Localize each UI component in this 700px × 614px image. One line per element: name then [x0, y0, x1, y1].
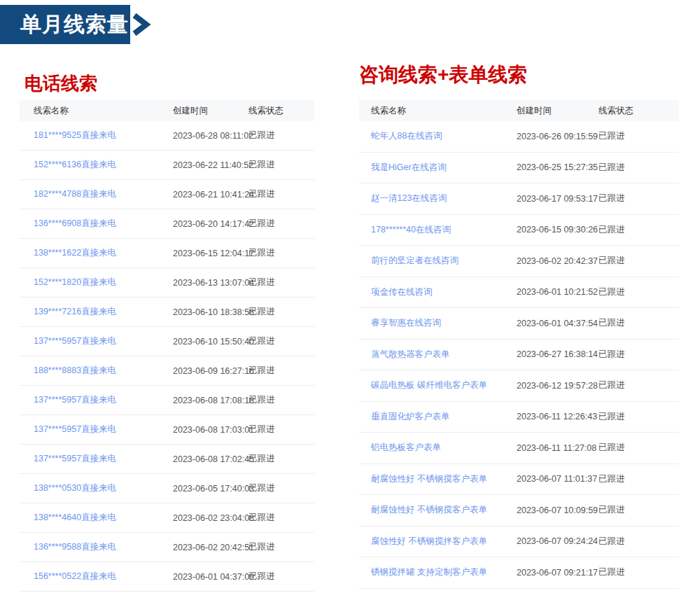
table-row: 垂直固化炉客户表单2023-06-11 12:26:43已跟进 — [359, 402, 679, 433]
created-time: 2023-06-26 09:15:59 — [517, 132, 598, 141]
created-time: 2023-06-02 23:04:08 — [173, 513, 248, 523]
table-row: 181****9525直接来电2023-06-28 08:11:02已跟进 — [20, 121, 314, 151]
created-time: 2023-06-11 12:26:43 — [517, 412, 598, 421]
table-row: 138****0530直接来电2023-06-05 17:40:03已跟进 — [20, 474, 314, 503]
created-time: 2023-06-20 14:17:42 — [173, 219, 248, 229]
created-time: 2023-06-08 17:03:01 — [173, 425, 248, 435]
lead-status: 已跟进 — [248, 218, 314, 230]
lead-name-link[interactable]: 137****5957直接来电 — [20, 394, 173, 406]
lead-name-link[interactable]: 项金传在线咨询 — [359, 286, 517, 298]
table-row: 前行的坚定者在线咨询2023-06-02 20:42:37已跟进 — [359, 246, 679, 277]
lead-name-link[interactable]: 睿享智惠在线咨询 — [359, 317, 517, 329]
created-time: 2023-06-11 11:27:08 — [517, 443, 598, 453]
lead-name-link[interactable]: 铝电热板客户表单 — [359, 442, 517, 454]
table-row: 腐蚀性好 不锈钢搅拌客户表单2023-06-07 09:24:24已跟进 — [359, 526, 679, 558]
lead-status: 已跟进 — [598, 504, 679, 516]
created-time: 2023-06-12 19:57:28 — [517, 381, 598, 391]
table-row: 178******40在线咨询2023-06-15 09:30:26已跟进 — [359, 215, 679, 246]
lead-status: 已跟进 — [598, 536, 679, 547]
lead-name-link[interactable]: 锈钢搅拌罐 支持定制客户表单 — [359, 566, 517, 578]
lead-name-link[interactable]: 152****1820直接来电 — [20, 277, 173, 288]
lead-name-link[interactable]: 138****1622直接来电 — [20, 247, 173, 259]
lead-name-link[interactable]: 碳晶电热板 碳纤维电客户表单 — [359, 379, 517, 391]
banner-label: 单月线索量 — [0, 5, 130, 44]
created-time: 2023-06-10 18:38:58 — [173, 307, 248, 317]
lead-name-link[interactable]: 腐蚀性好 不锈钢搅拌客户表单 — [359, 536, 517, 547]
table-row: 赵一清123在线咨询2023-06-17 09:53:17已跟进 — [359, 183, 679, 215]
lead-status: 已跟进 — [598, 566, 679, 578]
lead-status: 已跟进 — [598, 130, 679, 142]
lead-status: 已跟进 — [248, 335, 314, 347]
lead-name-link[interactable]: 137****5957直接来电 — [20, 453, 173, 465]
lead-name-link[interactable]: 耐腐蚀性好 不锈钢搅客户表单 — [359, 473, 517, 485]
table-row: 137****5957直接来电2023-06-08 17:08:18已跟进 — [20, 386, 314, 415]
lead-name-link[interactable]: 138****4640直接来电 — [20, 512, 173, 524]
table-row: 137****5957直接来电2023-06-08 17:02:45已跟进 — [20, 445, 314, 474]
lead-name-link[interactable]: 137****5957直接来电 — [20, 424, 173, 435]
lead-status: 已跟进 — [598, 162, 679, 174]
lead-status: 已跟进 — [248, 306, 314, 318]
header-lead-status: 线索状态 — [598, 105, 679, 117]
lead-name-link[interactable]: 178******40在线咨询 — [359, 224, 517, 236]
created-time: 2023-06-22 11:40:52 — [173, 160, 248, 170]
phone-leads-title: 电话线索 — [24, 71, 97, 96]
arrow-right-icon — [132, 13, 151, 36]
created-time: 2023-06-17 09:53:17 — [517, 194, 598, 204]
consult-form-leads-table: 线索名称 创建时间 线索状态 蛇年人88在线咨询2023-06-26 09:15… — [359, 100, 679, 589]
created-time: 2023-06-27 16:38:14 — [517, 349, 598, 359]
lead-status: 已跟进 — [248, 424, 314, 435]
lead-name-link[interactable]: 152****6136直接来电 — [20, 159, 173, 171]
lead-name-link[interactable]: 赵一清123在线咨询 — [359, 193, 517, 204]
phone-leads-table: 线索名称 创建时间 线索状态 181****9525直接来电2023-06-28… — [20, 100, 314, 592]
table-row: 睿享智惠在线咨询2023-06-01 04:37:54已跟进 — [359, 308, 679, 340]
created-time: 2023-06-15 09:30:26 — [517, 225, 598, 235]
table-row: 138****4640直接来电2023-06-02 23:04:08已跟进 — [20, 503, 314, 533]
created-time: 2023-06-01 04:37:09 — [173, 572, 248, 582]
lead-name-link[interactable]: 188****8883直接来电 — [20, 365, 173, 377]
header-lead-status: 线索状态 — [248, 105, 314, 117]
lead-name-link[interactable]: 156****0522直接来电 — [20, 571, 173, 582]
table-row: 蛇年人88在线咨询2023-06-26 09:15:59已跟进 — [359, 121, 679, 153]
lead-status: 已跟进 — [598, 442, 679, 454]
table-row: 137****5957直接来电2023-06-10 15:50:40已跟进 — [20, 327, 314, 356]
lead-name-link[interactable]: 垂直固化炉客户表单 — [359, 411, 517, 423]
table-row: 136****9588直接来电2023-06-02 20:42:51已跟进 — [20, 533, 314, 562]
header-created-time: 创建时间 — [173, 105, 248, 117]
table-row: 我是HiGer在线咨询2023-06-25 15:27:35已跟进 — [359, 153, 679, 184]
created-time: 2023-06-01 04:37:54 — [517, 319, 598, 328]
lead-name-link[interactable]: 前行的坚定者在线咨询 — [359, 255, 517, 267]
lead-name-link[interactable]: 139****7216直接来电 — [20, 306, 173, 318]
table-row: 152****1820直接来电2023-06-13 13:07:04已跟进 — [20, 268, 314, 298]
lead-status: 已跟进 — [598, 224, 679, 236]
table-row: 碳晶电热板 碳纤维电客户表单2023-06-12 19:57:28已跟进 — [359, 370, 679, 402]
table-row: 138****1622直接来电2023-06-15 12:04:17已跟进 — [20, 239, 314, 268]
lead-name-link[interactable]: 181****9525直接来电 — [20, 130, 173, 141]
lead-name-link[interactable]: 136****9588直接来电 — [20, 541, 173, 553]
lead-name-link[interactable]: 137****5957直接来电 — [20, 335, 173, 347]
table-header: 线索名称 创建时间 线索状态 — [20, 100, 314, 121]
created-time: 2023-06-10 15:50:40 — [173, 337, 248, 347]
lead-name-link[interactable]: 蒸气散热器客户表单 — [359, 349, 517, 361]
lead-status: 已跟进 — [248, 541, 314, 553]
lead-status: 已跟进 — [248, 130, 314, 141]
created-time: 2023-06-15 12:04:17 — [173, 249, 248, 258]
table-row: 137****5957直接来电2023-06-08 17:03:01已跟进 — [20, 415, 314, 445]
lead-name-link[interactable]: 182****4788直接来电 — [20, 188, 173, 200]
table-row: 156****0522直接来电2023-06-01 04:37:09已跟进 — [20, 562, 314, 592]
table-row: 152****6136直接来电2023-06-22 11:40:52已跟进 — [20, 151, 314, 180]
lead-name-link[interactable]: 耐腐蚀性好 不锈钢搅客户表单 — [359, 504, 517, 516]
consult-form-leads-title: 咨询线索+表单线索 — [359, 62, 527, 88]
lead-name-link[interactable]: 我是HiGer在线咨询 — [359, 162, 517, 174]
table-row: 188****8883直接来电2023-06-09 16:27:16已跟进 — [20, 356, 314, 386]
lead-name-link[interactable]: 136****6908直接来电 — [20, 218, 173, 230]
lead-name-link[interactable]: 蛇年人88在线咨询 — [359, 130, 517, 142]
created-time: 2023-06-07 11:01:37 — [517, 474, 598, 484]
created-time: 2023-06-07 09:24:24 — [517, 536, 598, 546]
lead-status: 已跟进 — [248, 394, 314, 406]
table-row: 耐腐蚀性好 不锈钢搅客户表单2023-06-07 10:09:59已跟进 — [359, 495, 679, 526]
created-time: 2023-06-08 17:08:18 — [173, 396, 248, 405]
monthly-leads-banner: 单月线索量 — [0, 5, 151, 44]
created-time: 2023-06-02 20:42:37 — [517, 256, 598, 266]
table-row: 耐腐蚀性好 不锈钢搅客户表单2023-06-07 11:01:37已跟进 — [359, 464, 679, 496]
lead-name-link[interactable]: 138****0530直接来电 — [20, 482, 173, 494]
